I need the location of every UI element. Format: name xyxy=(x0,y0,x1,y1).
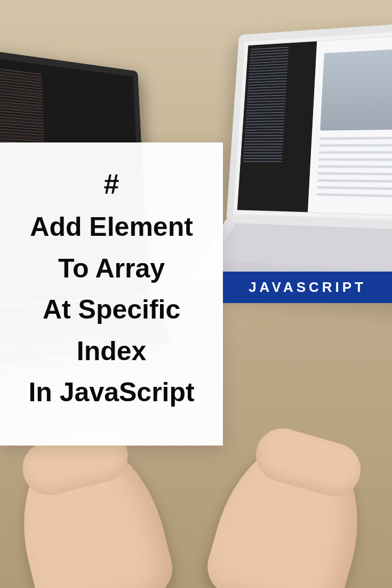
title-card: # Add Element To Array At Specific Index… xyxy=(0,142,223,446)
title-line-2: To Array xyxy=(15,248,208,290)
right-laptop xyxy=(222,20,392,297)
right-laptop-screen xyxy=(226,20,392,230)
title-line-1: Add Element xyxy=(15,206,208,248)
right-laptop-window xyxy=(237,33,392,217)
title-line-4: In JavaScript xyxy=(15,372,208,414)
hash-symbol: # xyxy=(15,168,208,200)
title-line-3: At Specific Index xyxy=(15,289,208,372)
code-panel xyxy=(237,41,317,212)
webpage-panel xyxy=(308,34,392,216)
category-tag: JAVASCRIPT xyxy=(223,272,392,303)
